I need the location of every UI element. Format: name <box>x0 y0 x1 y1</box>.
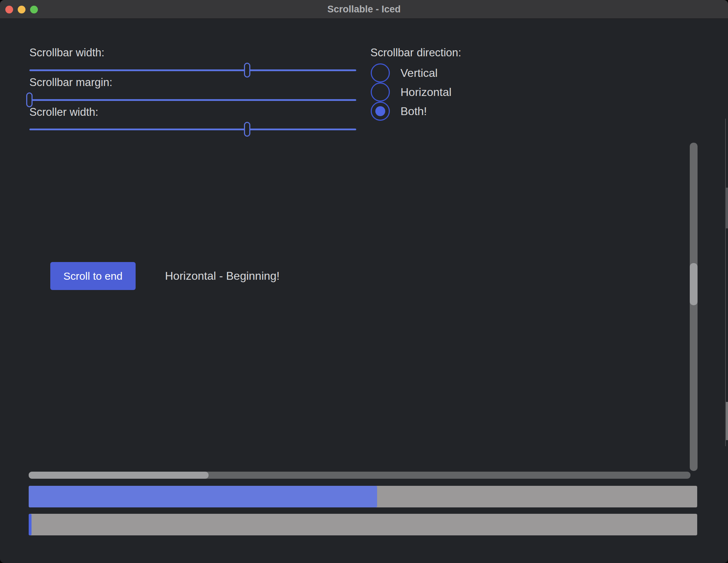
slider-handle[interactable] <box>26 92 33 107</box>
slider-scrollbar-margin[interactable] <box>29 92 356 107</box>
radio-label[interactable]: Both! <box>400 102 427 121</box>
scroll-to-end-button[interactable]: Scroll to end <box>50 262 136 290</box>
slider-track[interactable] <box>29 99 356 101</box>
radio-circle-icon[interactable] <box>371 83 390 102</box>
vertical-scrollbar-thumb[interactable] <box>690 263 698 305</box>
vertical-scrollbar[interactable] <box>690 143 698 471</box>
window-title: Scrollable - Iced <box>0 0 728 19</box>
horizontal-scrollbar-thumb[interactable] <box>29 472 209 479</box>
horizontal-scrollbar[interactable] <box>29 472 690 479</box>
radio-dot-icon <box>375 106 385 116</box>
window-edge-line <box>725 119 726 446</box>
slider-track[interactable] <box>29 69 356 71</box>
slider-scroller-width[interactable] <box>29 122 356 137</box>
progress-bar-fill <box>29 486 377 507</box>
titlebar: Scrollable - Iced <box>0 0 728 19</box>
slider-scrollbar-width[interactable] <box>29 63 356 78</box>
radio-circle-icon[interactable] <box>371 102 390 121</box>
slider-handle[interactable] <box>244 122 250 137</box>
radio-label[interactable]: Horizontal <box>400 83 451 102</box>
app-window: Scrollable - Iced Scrollbar width: Scrol… <box>0 0 728 563</box>
progress-bar <box>29 486 697 507</box>
slider-label-scroller-width: Scroller width: <box>29 106 98 119</box>
radio-group-label: Scrollbar direction: <box>370 46 461 59</box>
radio-circle-icon[interactable] <box>371 63 390 83</box>
radio-label[interactable]: Vertical <box>400 63 438 83</box>
slider-label-scrollbar-width: Scrollbar width: <box>29 46 104 59</box>
slider-track[interactable] <box>29 129 356 130</box>
window-edge-artifact <box>726 188 728 228</box>
slider-label-scrollbar-margin: Scrollbar margin: <box>29 76 112 89</box>
slider-handle[interactable] <box>244 63 250 78</box>
progress-bar-fill <box>29 514 32 535</box>
progress-bar <box>29 514 697 535</box>
scroll-status-text: Horizontal - Beginning! <box>165 262 280 290</box>
window-edge-artifact <box>726 402 728 440</box>
